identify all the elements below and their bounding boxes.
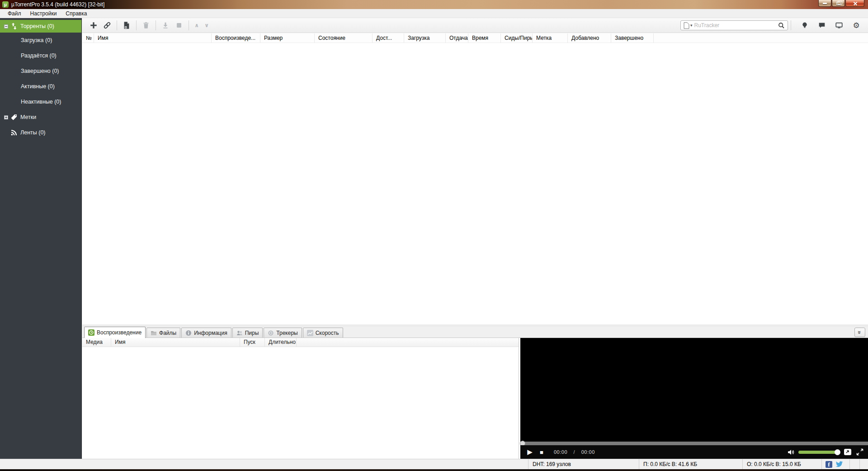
start-torrent-button[interactable]: [159, 19, 172, 31]
column-header-media-name[interactable]: Имя: [111, 338, 240, 347]
add-torrent-from-url-button[interactable]: [100, 19, 114, 31]
close-icon: [853, 1, 857, 5]
search-engine-icon[interactable]: [684, 22, 689, 29]
facebook-icon[interactable]: f: [826, 461, 832, 468]
remove-torrent-button[interactable]: [139, 19, 153, 31]
statusbar-empty: [0, 459, 528, 469]
sidebar-item-labels[interactable]: Метки: [0, 109, 81, 125]
maximize-button[interactable]: [832, 0, 845, 7]
statusbar-grip-cell: [859, 459, 868, 469]
speaker-icon[interactable]: [788, 449, 795, 456]
lightbulb-icon: [801, 21, 809, 29]
chat-button[interactable]: [816, 19, 827, 31]
column-header-start[interactable]: Пуск: [240, 338, 265, 347]
queue-down-button[interactable]: ∨: [202, 22, 212, 29]
column-header-duration[interactable]: Длительно...: [265, 338, 297, 347]
queue-up-button[interactable]: ∧: [192, 22, 202, 29]
tag-icon: [10, 114, 18, 121]
play-button[interactable]: ▶: [524, 446, 536, 458]
column-header-completed-on[interactable]: Завершено: [611, 33, 654, 43]
statusbar-grip-cell: [849, 459, 859, 469]
social-links: f: [821, 459, 849, 469]
column-header-done[interactable]: Дост...: [373, 33, 404, 43]
column-header-size[interactable]: Размер: [260, 33, 315, 43]
sidebar-item-label: Торренты (0): [20, 23, 54, 29]
close-button[interactable]: [845, 0, 864, 7]
column-header-media[interactable]: Медиа: [82, 338, 111, 347]
stop-button[interactable]: ■: [536, 446, 547, 458]
tab-files[interactable]: Файлы: [146, 328, 180, 338]
column-header-name[interactable]: Имя: [94, 33, 212, 43]
download-speed-status: П: 0.0 КБ/с В: 41.6 КБ: [639, 459, 742, 469]
minimize-button[interactable]: [818, 0, 831, 7]
detach-player-icon[interactable]: [844, 448, 852, 456]
settings-button[interactable]: ⚙: [851, 19, 862, 31]
create-torrent-button[interactable]: [120, 19, 133, 31]
tab-speed[interactable]: Скорость: [303, 328, 343, 338]
utorrent-window: µ µTorrentPro 3.5.4 (build 44632) [32-bi…: [0, 0, 868, 471]
tracker-icon: [268, 330, 274, 336]
column-header-eta[interactable]: Время: [468, 33, 501, 43]
sidebar-item-seeding[interactable]: Раздаётся (0): [0, 48, 81, 63]
menu-file[interactable]: Файл: [4, 10, 25, 18]
double-chevron-down-icon: »: [857, 331, 863, 334]
menu-options[interactable]: Настройки: [26, 10, 61, 18]
content-area: ∧ ∨ ▾ ⚙: [82, 18, 868, 459]
hint-button[interactable]: [799, 19, 810, 31]
tab-info[interactable]: Информация: [181, 328, 231, 338]
volume-slider[interactable]: [798, 451, 839, 454]
tab-trackers[interactable]: Трекеры: [264, 328, 302, 338]
column-header-added[interactable]: Добавлено: [568, 33, 611, 43]
playback-list-empty-area[interactable]: [82, 347, 519, 458]
menubar: Файл Настройки Справка: [0, 9, 868, 18]
sidebar-item-active[interactable]: Активные (0): [0, 79, 81, 94]
tab-label: Пиры: [245, 330, 259, 336]
playback-list-header: Медиа Имя Пуск Длительно...: [82, 338, 519, 347]
app-logo-icon: µ: [2, 1, 9, 8]
sidebar-item-downloading[interactable]: Загрузка (0): [0, 33, 81, 48]
info-icon: [185, 330, 192, 336]
toolbar-separator: [136, 20, 137, 30]
minimize-icon: [823, 3, 827, 4]
dht-status: DHT: 169 узлов: [528, 459, 639, 469]
search-input[interactable]: [694, 22, 778, 29]
column-header-label[interactable]: Метка: [533, 33, 568, 43]
tab-peers[interactable]: Пиры: [232, 328, 263, 338]
maximize-icon: [836, 2, 840, 5]
trash-icon: [142, 21, 150, 29]
tab-playback[interactable]: Воспроизведение: [84, 327, 146, 338]
column-header-seeds-peers[interactable]: Сиды/Пиры: [501, 33, 533, 43]
sidebar-item-feeds[interactable]: Ленты (0): [0, 125, 81, 140]
search-icon[interactable]: [778, 22, 785, 29]
toolbar-separator: [117, 20, 117, 30]
expand-plus-icon[interactable]: [4, 115, 8, 119]
column-header-download-speed[interactable]: Загрузка: [404, 33, 446, 43]
pause-torrent-button[interactable]: [172, 19, 186, 31]
search-box[interactable]: ▾: [680, 20, 788, 30]
collapse-detail-panel-button[interactable]: »: [854, 328, 865, 337]
sidebar-item-torrents[interactable]: Торренты (0): [0, 20, 81, 33]
titlebar: µ µTorrentPro 3.5.4 (build 44632) [32-bi…: [0, 0, 868, 9]
column-header-number[interactable]: №: [82, 33, 94, 43]
sidebar-item-inactive[interactable]: Неактивные (0): [0, 94, 81, 109]
playback-file-list: Медиа Имя Пуск Длительно...: [82, 338, 519, 459]
column-header-upload-speed[interactable]: Отдача: [446, 33, 468, 43]
column-header-playback[interactable]: Воспроизведе...: [212, 33, 260, 43]
add-torrent-button[interactable]: [87, 19, 100, 31]
collapse-minus-icon[interactable]: [4, 24, 8, 29]
toolbar: ∧ ∨ ▾ ⚙: [82, 18, 868, 33]
seek-bar[interactable]: [520, 442, 868, 445]
sidebar-item-completed[interactable]: Завершено (0): [0, 63, 81, 79]
search-engine-caret-icon[interactable]: ▾: [690, 23, 693, 28]
sidebar-item-label: Метки: [20, 114, 36, 120]
remote-access-button[interactable]: [834, 19, 844, 31]
tab-label: Информация: [194, 330, 227, 336]
stop-square-icon: [175, 21, 183, 29]
torrent-list-empty-area[interactable]: [82, 43, 868, 324]
column-header-status[interactable]: Состояние: [315, 33, 373, 43]
fullscreen-icon[interactable]: [856, 448, 863, 456]
window-title: µTorrentPro 3.5.4 (build 44632) [32-bit]: [11, 1, 104, 8]
volume-knob[interactable]: [835, 449, 840, 455]
twitter-icon[interactable]: [835, 461, 843, 468]
menu-help[interactable]: Справка: [61, 10, 91, 18]
